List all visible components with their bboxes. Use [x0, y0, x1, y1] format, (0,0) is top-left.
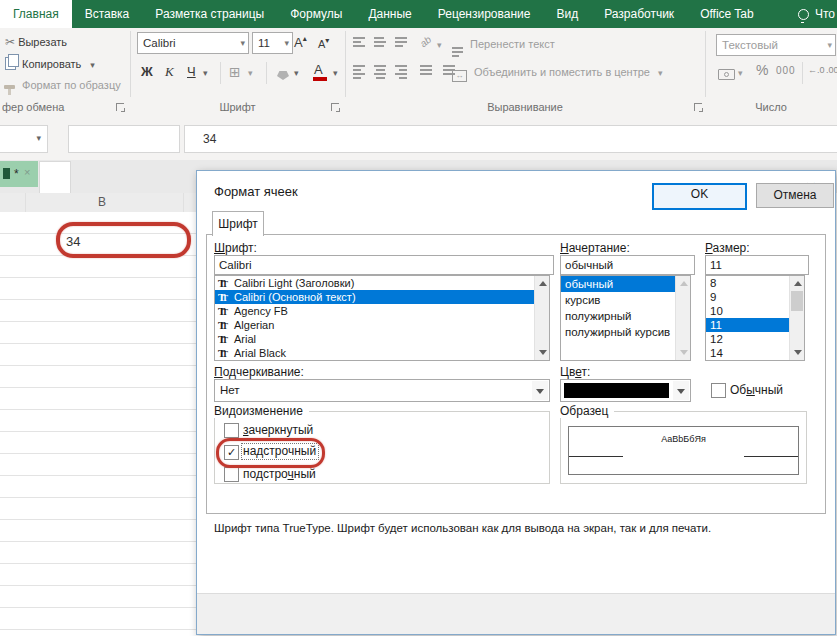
truetype-icon: TT — [218, 305, 231, 317]
font-list-item[interactable]: TTAgency FB — [215, 304, 549, 318]
font-list-item[interactable]: TTAlgerian — [215, 318, 549, 332]
scroll-thumb[interactable] — [791, 291, 803, 311]
align-top-button[interactable] — [353, 37, 365, 47]
orientation-button[interactable]: ab — [418, 34, 434, 50]
orientation-dropdown[interactable]: ▾ — [437, 40, 442, 50]
font-name-combo[interactable]: Calibri ▾ — [137, 32, 249, 54]
currency-dropdown[interactable]: ▾ — [738, 68, 743, 78]
workbook-tab[interactable]: * × — [0, 161, 38, 187]
style-list-item-selected[interactable]: обычный — [561, 276, 690, 292]
style-list-item[interactable]: полужирный — [561, 308, 690, 324]
chevron-down-icon[interactable] — [532, 381, 548, 400]
new-workbook-tab[interactable] — [39, 161, 71, 194]
effects-group-title: Видоизменение — [214, 404, 309, 418]
font-list-item[interactable]: TTArial Black — [215, 346, 549, 360]
font-list-item[interactable]: TTArial — [215, 332, 549, 346]
column-header-b[interactable]: B — [98, 195, 106, 209]
font-list-item[interactable]: TTCalibri Light (Заголовки) — [215, 276, 549, 290]
group-separator — [130, 31, 131, 97]
font-size-input[interactable]: 11 — [705, 255, 809, 275]
align-right-button[interactable] — [395, 65, 407, 79]
cell-grid[interactable] — [0, 212, 196, 636]
normal-font-label: Обычный — [730, 383, 783, 397]
tab-font[interactable]: Шрифт — [212, 211, 264, 236]
decrease-indent-button[interactable] — [420, 65, 432, 75]
tab-home[interactable]: Главная — [0, 0, 72, 28]
underline-combo[interactable]: Нет — [214, 379, 550, 402]
comma-style-button[interactable]: 000 — [776, 65, 796, 76]
size-list-scrollbar[interactable] — [789, 276, 804, 360]
font-dialog-launcher[interactable] — [331, 103, 339, 111]
subscript-checkbox[interactable] — [224, 467, 239, 482]
cancel-button[interactable]: Отмена — [756, 183, 834, 208]
font-list-item-selected[interactable]: TTCalibri (Основной текст) — [215, 290, 549, 304]
fill-color-button[interactable] — [277, 66, 289, 84]
strikethrough-checkbox[interactable] — [224, 423, 239, 438]
align-left-button[interactable] — [353, 65, 365, 79]
alignment-dialog-launcher[interactable] — [694, 103, 702, 111]
merge-center-button[interactable]: ↔ Объединить и поместить в центре ▾ — [452, 66, 663, 82]
size-list: 8 9 10 11 12 14 — [705, 275, 805, 361]
style-list-item[interactable]: курсив — [561, 292, 690, 308]
name-box[interactable]: ▾ — [0, 125, 48, 153]
decrease-font-size-button[interactable]: A▾ — [318, 36, 329, 50]
wrap-text-button[interactable]: Перенести текст — [452, 38, 555, 57]
font-list-scrollbar[interactable] — [534, 276, 549, 360]
superscript-annotation-oval — [216, 438, 325, 468]
tell-me-box[interactable]: Что — [798, 0, 837, 28]
separator — [266, 62, 267, 84]
normal-font-checkbox[interactable] — [711, 383, 726, 398]
formula-input[interactable]: 34 — [184, 125, 837, 153]
increase-font-size-button[interactable]: A▴ — [294, 34, 307, 50]
font-color-button[interactable]: А — [314, 62, 323, 77]
currency-format-button[interactable] — [718, 66, 735, 84]
chevron-down-icon: ▾ — [827, 35, 832, 55]
name-box-dropdown-icon: ▾ — [36, 133, 41, 143]
scroll-up-icon[interactable] — [794, 281, 802, 286]
tab-formulas[interactable]: Формулы — [277, 0, 355, 28]
bold-button[interactable]: Ж — [141, 64, 153, 79]
style-list-scrollbar[interactable] — [675, 276, 690, 360]
underline-button[interactable]: Ч — [187, 64, 196, 79]
number-format-value: Текстовый — [722, 39, 778, 51]
orientation-icon: ab — [418, 34, 434, 50]
tab-insert[interactable]: Вставка — [72, 0, 143, 28]
tab-office-tab[interactable]: Office Tab — [687, 0, 767, 28]
font-color-dropdown[interactable]: ▾ — [333, 68, 338, 78]
fill-color-dropdown[interactable]: ▾ — [294, 68, 299, 78]
tab-page-layout[interactable]: Разметка страницы — [142, 0, 277, 28]
align-middle-button[interactable] — [374, 37, 386, 47]
truetype-icon: TT — [218, 347, 231, 359]
align-center-button[interactable] — [374, 65, 386, 79]
percent-style-button[interactable]: % — [756, 62, 768, 78]
align-bottom-button[interactable] — [395, 37, 407, 47]
borders-button[interactable]: ⊞ — [229, 64, 241, 80]
tab-review[interactable]: Рецензирование — [425, 0, 544, 28]
increase-decimal-button[interactable]: ←.0 — [808, 65, 825, 75]
cut-button[interactable]: ✂ Вырезать — [5, 35, 67, 49]
style-list-item[interactable]: полужирный курсив — [561, 324, 690, 340]
scroll-down-icon[interactable] — [539, 350, 547, 355]
borders-dropdown[interactable]: ▾ — [248, 68, 253, 78]
underline-dropdown[interactable]: ▾ — [203, 68, 208, 78]
clipboard-dialog-launcher[interactable] — [116, 103, 124, 111]
decrease-decimal-button[interactable]: .00 — [826, 65, 837, 75]
number-format-combo[interactable]: Текстовый ▾ — [716, 34, 836, 56]
ok-button[interactable]: OK — [652, 183, 747, 210]
workbook-icon — [3, 168, 10, 179]
scroll-down-icon[interactable] — [794, 350, 802, 355]
font-style-input[interactable]: обычный — [560, 255, 695, 275]
font-size-combo[interactable]: 11 ▾ — [252, 32, 293, 54]
format-painter-button[interactable]: Формат по образцу — [4, 79, 121, 91]
color-combo[interactable] — [560, 379, 691, 402]
italic-button[interactable]: К — [165, 64, 174, 80]
font-name-input[interactable]: Calibri — [214, 255, 554, 275]
tab-data[interactable]: Данные — [355, 0, 424, 28]
tab-close-icon[interactable]: × — [24, 166, 30, 178]
chevron-down-icon[interactable] — [673, 381, 689, 400]
tab-view[interactable]: Вид — [543, 0, 591, 28]
copy-button[interactable]: Копировать ▾ — [5, 57, 95, 70]
scroll-up-icon[interactable] — [539, 281, 547, 286]
tab-developer[interactable]: Разработчик — [591, 0, 687, 28]
size-label: Размер: — [705, 241, 750, 255]
